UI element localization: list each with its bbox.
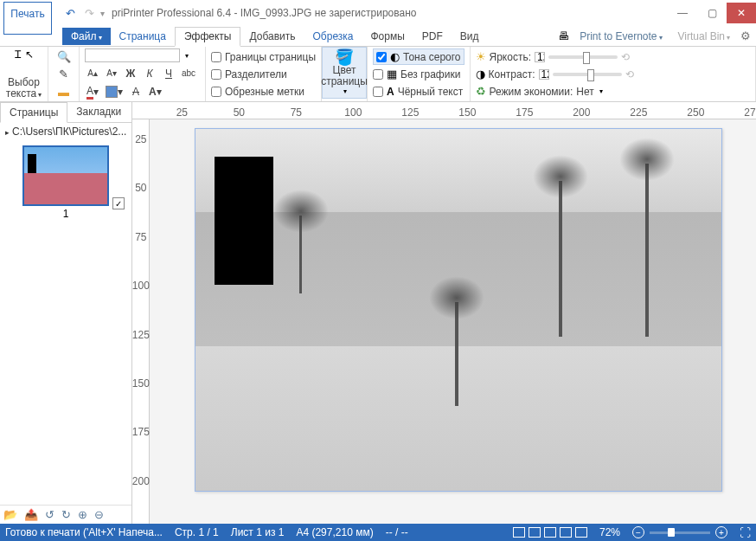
tab-pdf[interactable]: PDF xyxy=(413,28,452,45)
page-color-button[interactable]: 🪣 Цвет страницы▾ xyxy=(322,47,367,99)
chevron-down-icon[interactable]: ▾ xyxy=(185,52,189,60)
font-size-down[interactable]: A▾ xyxy=(104,66,119,81)
minimize-button[interactable]: — xyxy=(668,3,697,23)
arrow-cursor-icon[interactable]: ↖ xyxy=(25,48,34,61)
text-style-button[interactable]: abc xyxy=(180,66,197,81)
ruler-tick: 175 xyxy=(132,426,150,474)
text-cursor-icon[interactable]: Ꮖ xyxy=(15,48,22,61)
window-title: priPrinter Professional 6.4 - IMG_0993.J… xyxy=(112,7,416,19)
quick-access-toolbar: ↶ ↷ ▾ xyxy=(62,0,105,26)
page-viewport[interactable] xyxy=(150,119,756,524)
text-color2-button[interactable]: A▾ xyxy=(147,84,163,100)
contrast-input[interactable] xyxy=(539,69,549,80)
zoom-in-icon[interactable]: ⊕ xyxy=(78,509,87,520)
page[interactable] xyxy=(195,128,722,492)
ruler-tick: 200 xyxy=(132,475,150,524)
binoculars-icon[interactable]: 🔍 xyxy=(54,48,74,64)
qat-dropdown[interactable]: ▾ xyxy=(100,9,105,18)
tab-crop[interactable]: Обрезка xyxy=(304,28,362,45)
highlight-icon[interactable]: ▬ xyxy=(54,84,74,100)
ruler-tick: 50 xyxy=(210,106,267,119)
chevron-down-icon[interactable]: ▾ xyxy=(599,87,603,95)
titlebar: Печать ↶ ↷ ▾ priPrinter Professional 6.4… xyxy=(0,0,756,26)
tab-bookmarks[interactable]: Закладки xyxy=(67,102,130,122)
print-target-dropdown[interactable]: Print to Evernote▾ xyxy=(574,29,667,44)
nographics-check[interactable] xyxy=(373,69,383,80)
export-icon[interactable]: 📤 xyxy=(24,509,38,520)
ribbon-group-pagecolor: 🪣 Цвет страницы▾ xyxy=(322,47,368,101)
grayscale-label: Тона серого xyxy=(403,51,461,63)
tab-view[interactable]: Вид xyxy=(452,28,488,45)
zoom-out-icon[interactable]: ⊖ xyxy=(94,509,104,520)
ribbon-group-display: ◐Тона серого ▦Без графики AЧёрный текст xyxy=(368,47,471,101)
status-sheet: Лист 1 из 1 xyxy=(231,526,285,538)
underline-button[interactable]: Ч xyxy=(161,66,176,81)
virtual-bin-dropdown[interactable]: Virtual Bin▾ xyxy=(673,29,735,44)
black-text-icon: A xyxy=(387,86,394,97)
tab-forms[interactable]: Формы xyxy=(362,28,413,45)
ruler-tick: 200 xyxy=(553,106,610,119)
fill-color-button[interactable]: ▾ xyxy=(104,84,125,100)
status-ready: Готово к печати ('Alt+X' Напеча... xyxy=(5,526,163,538)
view-mode-3[interactable] xyxy=(544,527,556,538)
status-page: Стр. 1 / 1 xyxy=(175,526,219,538)
ribbon-group-font: ▾ A▴ A▾ Ж К Ч abc A▾ ▾ A A▾ xyxy=(80,47,206,101)
zoom-in-button[interactable]: + xyxy=(715,526,727,538)
view-mode-2[interactable] xyxy=(529,527,541,538)
redaction-box[interactable] xyxy=(215,157,273,285)
open-icon[interactable]: 📂 xyxy=(3,509,17,520)
font-color-button[interactable]: A▾ xyxy=(85,84,100,100)
ribbon-group-select: Ꮖ ↖ Выбор текста▾ xyxy=(0,47,48,101)
borders-check[interactable] xyxy=(211,52,221,62)
brightness-input[interactable] xyxy=(535,52,545,62)
gear-icon[interactable]: ⚙ xyxy=(740,30,751,42)
chevron-down-icon[interactable]: ▾ xyxy=(38,91,42,99)
tab-add[interactable]: Добавить xyxy=(240,28,304,45)
grayscale-check[interactable] xyxy=(376,52,387,62)
eyedropper-icon[interactable]: ✎ xyxy=(54,67,74,82)
status-paper: A4 (297,210 мм) xyxy=(296,526,373,538)
view-mode-1[interactable] xyxy=(513,527,525,538)
fit-screen-icon[interactable]: ⛶ xyxy=(740,527,751,538)
redo-button[interactable]: ↷ xyxy=(81,5,97,21)
window-controls: — ▢ ✕ xyxy=(668,3,756,23)
tab-file-label: Файл xyxy=(71,30,97,42)
thumbnail-list: ✓ 1 xyxy=(0,140,131,225)
tab-pages[interactable]: Страницы xyxy=(0,102,67,123)
print-button[interactable]: Печать xyxy=(3,2,52,35)
tab-file[interactable]: Файл▾ xyxy=(62,28,111,45)
blacktext-check[interactable] xyxy=(373,87,383,97)
ruler-vertical: 255075100125150175200 xyxy=(132,119,150,524)
view-mode-4[interactable] xyxy=(560,527,572,538)
contrast-label: Контраст: xyxy=(489,68,535,81)
eco-icon: ♻ xyxy=(476,86,486,97)
contrast-reset[interactable]: ⟲ xyxy=(625,68,634,81)
cropmarks-check[interactable] xyxy=(211,87,221,97)
font-family-select[interactable] xyxy=(85,48,180,62)
close-button[interactable]: ✕ xyxy=(727,3,756,23)
thumbnail-checkbox[interactable]: ✓ xyxy=(112,197,125,209)
tab-page[interactable]: Страница xyxy=(111,28,175,45)
view-mode-5[interactable] xyxy=(575,527,587,538)
zoom-slider[interactable] xyxy=(650,531,710,534)
zoom-out-button[interactable]: − xyxy=(632,526,644,538)
font-size-up[interactable]: A▴ xyxy=(85,66,100,81)
italic-button[interactable]: К xyxy=(142,66,157,81)
rotate-right-icon[interactable]: ↻ xyxy=(61,509,71,520)
separators-check[interactable] xyxy=(211,69,221,80)
ruler-tick: 275 xyxy=(724,106,756,119)
undo-button[interactable]: ↶ xyxy=(62,5,78,21)
brightness-slider[interactable] xyxy=(548,55,618,59)
brightness-reset[interactable]: ⟲ xyxy=(621,51,630,63)
page-thumbnail[interactable] xyxy=(22,145,109,206)
eco-value: Нет xyxy=(576,86,593,98)
file-path[interactable]: ▸ C:\Users\ПК\Pictures\2... xyxy=(0,123,131,140)
tab-effects[interactable]: Эффекты xyxy=(175,27,241,47)
contrast-slider[interactable] xyxy=(553,73,622,76)
statusbar: Готово к печати ('Alt+X' Напеча... Стр. … xyxy=(0,524,756,541)
rotate-left-icon[interactable]: ↺ xyxy=(45,509,54,520)
strikethrough-button[interactable]: A xyxy=(128,84,144,100)
bold-button[interactable]: Ж xyxy=(123,66,138,81)
path-text: C:\Users\ПК\Pictures\2... xyxy=(12,126,126,138)
maximize-button[interactable]: ▢ xyxy=(697,3,727,23)
